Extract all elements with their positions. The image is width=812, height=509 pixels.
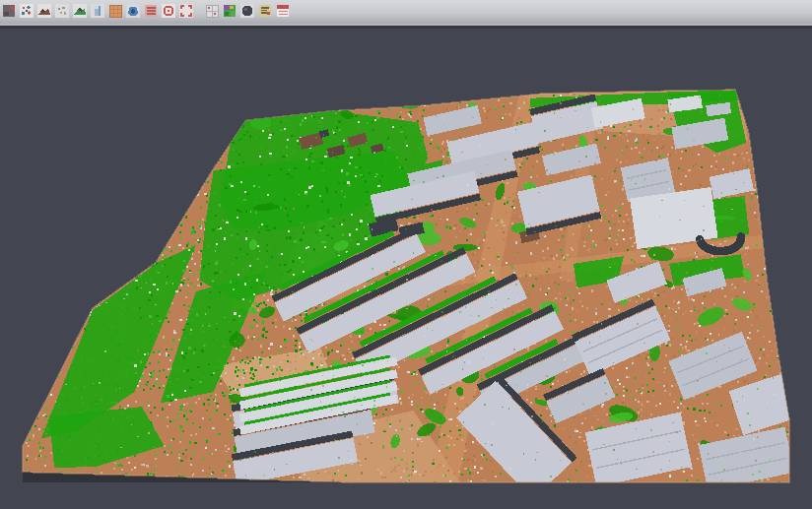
sparse-points-icon[interactable]: [55, 3, 69, 18]
clear-view-icon[interactable]: [276, 3, 290, 18]
target-region-icon[interactable]: [162, 3, 175, 18]
open-file-icon[interactable]: [2, 3, 16, 18]
dem-surface-icon[interactable]: [73, 3, 87, 18]
mesh-terrain-icon[interactable]: [37, 3, 51, 18]
point-cloud-scene[interactable]: [0, 29, 812, 509]
globe-icon[interactable]: [126, 3, 140, 18]
notes-icon[interactable]: [258, 3, 272, 18]
layers-icon[interactable]: [144, 3, 158, 18]
toolbar: [0, 0, 812, 24]
viewport-3d[interactable]: [0, 29, 812, 509]
grid-markers-icon[interactable]: [205, 3, 219, 18]
shaded-sphere-icon[interactable]: [240, 3, 254, 18]
selection-bounds-icon[interactable]: [179, 3, 193, 18]
ortho-tile-icon[interactable]: [108, 3, 122, 18]
toolbar-icons: [0, 0, 290, 18]
application-window: [0, 0, 812, 509]
classification-view-icon[interactable]: [223, 3, 237, 18]
align-points-icon[interactable]: [20, 3, 34, 18]
building-model-icon[interactable]: [91, 3, 104, 18]
